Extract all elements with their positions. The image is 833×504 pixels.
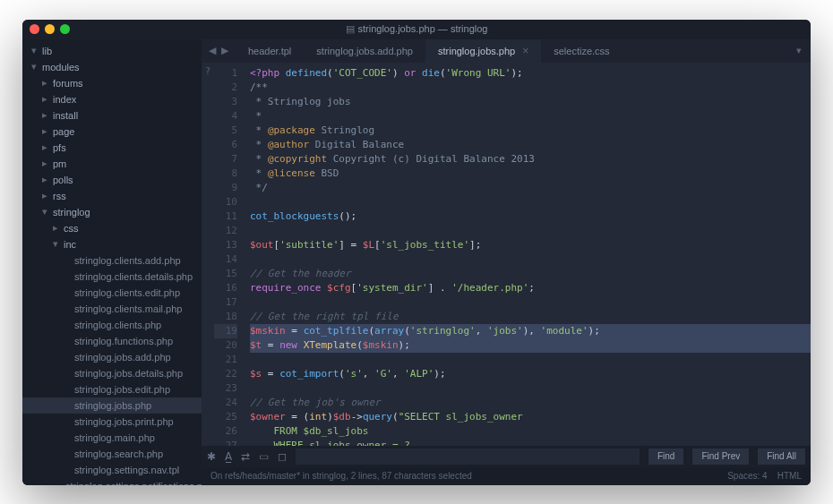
code-line[interactable] [250, 224, 811, 238]
tab[interactable]: stringlog.jobs.add.php [304, 39, 425, 63]
file-item[interactable]: stringlog.clients.add.php [22, 252, 202, 269]
line-number[interactable]: 7 [214, 152, 237, 167]
code-line[interactable] [250, 295, 811, 310]
file-tree[interactable]: ▾lib▾modules▸forums▸index▸install▸page▸p… [22, 39, 202, 485]
in-selection-icon[interactable]: ▭ [259, 450, 269, 463]
file-item[interactable]: stringlog.clients.php [22, 317, 202, 333]
whole-word-icon[interactable]: ⇄ [241, 450, 250, 463]
line-number-gutter[interactable]: 1234567891011121314151617181920212223242… [214, 63, 245, 446]
folder-item[interactable]: ▾stringlog [22, 204, 202, 220]
code-line[interactable]: $t = new XTemplate($mskin); [250, 338, 811, 353]
code-line[interactable] [250, 252, 811, 267]
line-number[interactable]: 25 [214, 410, 237, 424]
file-item[interactable]: stringlog.clients.details.php [22, 269, 202, 285]
code-line[interactable]: * Stringlog jobs [250, 95, 811, 109]
code-line[interactable]: cot_blockguests(); [250, 209, 811, 224]
folder-item[interactable]: ▸install [22, 107, 202, 124]
line-number[interactable]: 23 [214, 381, 237, 396]
code-line[interactable]: * @license BSD [250, 167, 811, 181]
line-number[interactable]: 8 [214, 167, 237, 181]
file-item[interactable]: stringlog.settings.notifications.php [22, 478, 202, 485]
code-line[interactable]: * @package Stringlog [250, 124, 811, 138]
folder-item[interactable]: ▾inc [22, 236, 202, 252]
line-number[interactable]: 19 [214, 324, 237, 338]
status-spaces[interactable]: Spaces: 4 [727, 471, 767, 481]
close-icon[interactable]: × [522, 45, 528, 57]
code-line[interactable]: * @copyright Copyright (c) Digital Balan… [250, 152, 811, 167]
code-line[interactable]: // Get the job's owner [250, 396, 811, 410]
file-item[interactable]: stringlog.jobs.edit.php [22, 381, 202, 397]
code-line[interactable]: $owner = (int)$db->query("SELECT sl_jobs… [250, 410, 811, 424]
tab[interactable]: header.tpl [236, 39, 304, 63]
code-line[interactable]: WHERE sl_jobs_owner = ? [250, 439, 811, 446]
code-line[interactable] [250, 353, 811, 367]
tab[interactable]: selectize.css [541, 39, 622, 63]
folder-item[interactable]: ▸pfs [22, 140, 202, 156]
file-item[interactable]: stringlog.clients.edit.php [22, 285, 202, 301]
code-line[interactable]: require_once $cfg['system_dir'] . '/head… [250, 281, 811, 295]
line-number[interactable]: 26 [214, 424, 237, 439]
folder-item[interactable]: ▾lib [22, 43, 202, 59]
wrap-icon[interactable]: ◻ [278, 450, 287, 463]
line-number[interactable]: 5 [214, 124, 237, 138]
status-lang[interactable]: HTML [777, 471, 802, 481]
code-line[interactable]: * @author Digital Balance [250, 138, 811, 152]
code-line[interactable]: // Get the right tpl file [250, 310, 811, 324]
code-line[interactable]: /** [250, 81, 811, 95]
line-number[interactable]: 9 [214, 181, 237, 195]
line-number[interactable]: 1 [214, 66, 237, 81]
code-line[interactable]: // Get the header [250, 267, 811, 281]
line-number[interactable]: 11 [214, 209, 237, 224]
line-number[interactable]: 2 [214, 81, 237, 95]
code-line[interactable] [250, 381, 811, 396]
find-prev-button[interactable]: Find Prev [692, 448, 749, 465]
line-number[interactable]: 13 [214, 238, 237, 252]
line-number[interactable]: 24 [214, 396, 237, 410]
fold-gutter[interactable]: ? [202, 63, 214, 446]
find-all-button[interactable]: Find All [758, 448, 805, 465]
file-item[interactable]: stringlog.search.php [22, 446, 202, 462]
code-line[interactable] [250, 195, 811, 209]
file-item[interactable]: stringlog.jobs.add.php [22, 349, 202, 365]
code-line[interactable]: */ [250, 181, 811, 195]
line-number[interactable]: 22 [214, 367, 237, 381]
line-number[interactable]: 3 [214, 95, 237, 109]
tab-overflow-icon[interactable]: ▾ [787, 39, 811, 63]
folder-item[interactable]: ▸pm [22, 156, 202, 172]
tab-next-icon[interactable]: ▶ [221, 45, 228, 56]
line-number[interactable]: 6 [214, 138, 237, 152]
line-number[interactable]: 12 [214, 224, 237, 238]
file-item[interactable]: stringlog.jobs.php [22, 397, 202, 414]
line-number[interactable]: 15 [214, 267, 237, 281]
folder-item[interactable]: ▸index [22, 91, 202, 107]
line-number[interactable]: 4 [214, 109, 237, 124]
code-area[interactable]: <?php defined('COT_CODE') or die('Wrong … [245, 63, 811, 446]
line-number[interactable]: 27 [214, 439, 237, 446]
folder-item[interactable]: ▸page [22, 124, 202, 140]
code-line[interactable]: <?php defined('COT_CODE') or die('Wrong … [250, 66, 811, 81]
find-input[interactable] [296, 448, 640, 465]
code-line[interactable]: * [250, 109, 811, 124]
line-number[interactable]: 21 [214, 353, 237, 367]
tab-prev-icon[interactable]: ◀ [209, 45, 216, 56]
line-number[interactable]: 20 [214, 338, 237, 353]
file-item[interactable]: stringlog.main.php [22, 430, 202, 446]
editor[interactable]: ? 12345678910111213141516171819202122232… [202, 63, 811, 446]
line-number[interactable]: 10 [214, 195, 237, 209]
folder-item[interactable]: ▸polls [22, 172, 202, 188]
titlebar[interactable]: ▤stringlog.jobs.php — stringlog [22, 20, 811, 39]
code-line[interactable]: $out['subtitle'] = $L['sl_jobs_title']; [250, 238, 811, 252]
file-item[interactable]: stringlog.jobs.details.php [22, 365, 202, 381]
folder-item[interactable]: ▸rss [22, 188, 202, 204]
code-line[interactable]: FROM $db_sl_jobs [250, 424, 811, 439]
case-icon[interactable]: A̲ [225, 450, 232, 463]
folder-item[interactable]: ▸forums [22, 75, 202, 91]
line-number[interactable]: 17 [214, 295, 237, 310]
find-button[interactable]: Find [648, 448, 683, 465]
code-line[interactable]: $s = cot_import('s', 'G', 'ALP'); [250, 367, 811, 381]
line-number[interactable]: 14 [214, 252, 237, 267]
code-line[interactable]: $mskin = cot_tplfile(array('stringlog', … [250, 324, 811, 338]
file-item[interactable]: stringlog.functions.php [22, 333, 202, 349]
file-item[interactable]: stringlog.jobs.print.php [22, 414, 202, 430]
regex-icon[interactable]: ✱ [207, 450, 216, 463]
